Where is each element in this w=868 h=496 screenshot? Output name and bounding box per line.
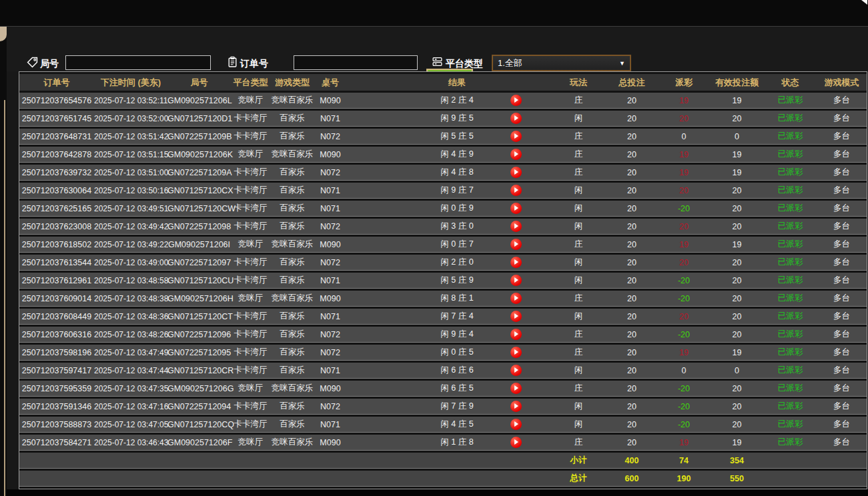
round-id-cell: GM0902571206L xyxy=(167,93,231,109)
bet-time-cell: 2025-07-12 03:47:16 xyxy=(94,399,167,415)
game-mode-cell: 多台 xyxy=(817,255,867,271)
game-type-cell: 百家乐 xyxy=(270,273,314,289)
platform-select[interactable]: 1.全部 ▼ xyxy=(492,55,631,71)
order-input[interactable] xyxy=(294,55,418,70)
game-type-cell: 竞咪百家乐 xyxy=(270,381,314,397)
play-replay-button[interactable] xyxy=(510,293,522,304)
play-replay-button[interactable] xyxy=(510,203,522,214)
valid-bet-cell: 19 xyxy=(710,147,764,163)
valid-bet-cell: 20 xyxy=(710,417,764,433)
status-cell: 已派彩 xyxy=(764,345,817,361)
bet-record-row: 250712037648731 2025-07-12 03:51:42 GN07… xyxy=(19,129,867,145)
total-bet-cell: 20 xyxy=(606,93,658,109)
order-id-cell: 250712037606316 xyxy=(19,327,94,343)
bet-type-cell: 闲 xyxy=(534,417,606,433)
platform-cell: 卡卡湾厅 xyxy=(231,255,270,271)
status-cell: 已派彩 xyxy=(764,147,817,163)
round-id-cell: GN071257120CR xyxy=(167,363,231,379)
table-no-cell: N072 xyxy=(314,399,346,415)
play-replay-button[interactable] xyxy=(510,365,522,376)
game-mode-cell: 多台 xyxy=(817,201,867,217)
game-mode-cell: 多台 xyxy=(817,237,867,253)
round-input[interactable] xyxy=(65,55,211,70)
result-cell: 闲 9 庄 5 xyxy=(346,111,498,127)
game-mode-cell: 多台 xyxy=(817,309,867,325)
play-replay-button[interactable] xyxy=(510,185,522,196)
total-bet-cell: 20 xyxy=(606,255,658,271)
play-replay-button[interactable] xyxy=(510,221,522,232)
result-cell: 闲 4 庄 8 xyxy=(346,165,498,181)
bet-type-cell: 庄 xyxy=(534,93,606,109)
play-replay-button[interactable] xyxy=(510,311,522,322)
grandtotal-payout: 190 xyxy=(658,471,710,487)
round-id-cell: GN0722571209B xyxy=(167,129,231,145)
bet-time-cell: 2025-07-12 03:51:42 xyxy=(94,129,167,145)
order-id-cell: 250712037618502 xyxy=(19,237,94,253)
play-replay-button[interactable] xyxy=(510,437,522,448)
payout-cell: 19 xyxy=(658,93,710,109)
total-bet-cell: 20 xyxy=(606,345,658,361)
order-id-cell: 250712037597417 xyxy=(19,363,94,379)
round-id-cell: GM0902571206K xyxy=(167,147,231,163)
round-id-cell: GN071257120D1 xyxy=(167,111,231,127)
bet-time-cell: 2025-07-12 03:48:26 xyxy=(94,327,167,343)
round-id-cell: GM0902571206G xyxy=(167,381,231,397)
play-replay-button[interactable] xyxy=(510,347,522,358)
play-replay-button[interactable] xyxy=(510,149,522,160)
status-cell: 已派彩 xyxy=(764,273,817,289)
result-cell: 闲 4 庄 5 xyxy=(346,417,498,433)
platform-cell: 竞咪厅 xyxy=(231,381,270,397)
play-replay-button[interactable] xyxy=(510,113,522,124)
payout-cell: -20 xyxy=(658,201,710,217)
play-replay-button[interactable] xyxy=(510,275,522,286)
result-cell: 闲 0 庄 9 xyxy=(346,201,498,217)
play-replay-button[interactable] xyxy=(510,419,522,430)
status-cell: 已派彩 xyxy=(764,309,817,325)
valid-bet-cell: 20 xyxy=(710,255,764,271)
header-status: 状态 xyxy=(764,74,817,91)
platform-cell: 卡卡湾厅 xyxy=(231,219,270,235)
platform-selected-value: 1.全部 xyxy=(498,57,522,69)
play-replay-button[interactable] xyxy=(510,131,522,142)
status-cell: 已派彩 xyxy=(764,291,817,307)
order-id-cell: 250712037613544 xyxy=(19,255,94,271)
table-no-cell: N071 xyxy=(314,201,346,217)
play-replay-button[interactable] xyxy=(510,383,522,394)
payout-cell: 19 xyxy=(658,165,710,181)
platform-cell: 卡卡湾厅 xyxy=(231,111,270,127)
bet-type-cell: 闲 xyxy=(534,183,606,199)
play-replay-button[interactable] xyxy=(510,401,522,412)
left-edge-decoration xyxy=(0,0,7,496)
play-replay-button[interactable] xyxy=(510,95,522,106)
valid-bet-cell: 19 xyxy=(710,93,764,109)
bet-record-row: 250712037651745 2025-07-12 03:52:00 GN07… xyxy=(19,111,867,127)
replay-cell xyxy=(498,273,534,289)
play-replay-button[interactable] xyxy=(510,167,522,178)
status-cell: 已派彩 xyxy=(764,111,817,127)
grandtotal-label: 总计 xyxy=(534,471,606,487)
payout-cell: -20 xyxy=(658,273,710,289)
game-type-cell: 百家乐 xyxy=(270,417,314,433)
order-id-cell: 250712037625165 xyxy=(19,201,94,217)
table-no-cell: M090 xyxy=(314,381,346,397)
result-cell: 闲 6 庄 5 xyxy=(346,381,498,397)
play-replay-button[interactable] xyxy=(510,329,522,340)
header-bet-type: 玩法 xyxy=(534,74,606,91)
status-cell: 已派彩 xyxy=(764,129,817,145)
platform-cell: 竞咪厅 xyxy=(231,291,270,307)
play-replay-button[interactable] xyxy=(510,257,522,268)
round-id-cell: GN07225712097 xyxy=(167,255,231,271)
play-replay-button[interactable] xyxy=(510,239,522,250)
payout-cell: -20 xyxy=(658,291,710,307)
payout-cell: 19 xyxy=(658,237,710,253)
payout-cell: 20 xyxy=(658,255,710,271)
table-no-cell: N072 xyxy=(314,345,346,361)
result-cell: 闲 0 庄 5 xyxy=(346,345,498,361)
replay-cell xyxy=(498,435,534,451)
replay-cell xyxy=(498,183,534,199)
valid-bet-cell: 20 xyxy=(710,183,764,199)
status-cell: 已派彩 xyxy=(764,201,817,217)
bet-time-cell: 2025-07-12 03:46:43 xyxy=(94,435,167,451)
platform-cell: 卡卡湾厅 xyxy=(231,129,270,145)
platform-cell: 卡卡湾厅 xyxy=(231,309,270,325)
